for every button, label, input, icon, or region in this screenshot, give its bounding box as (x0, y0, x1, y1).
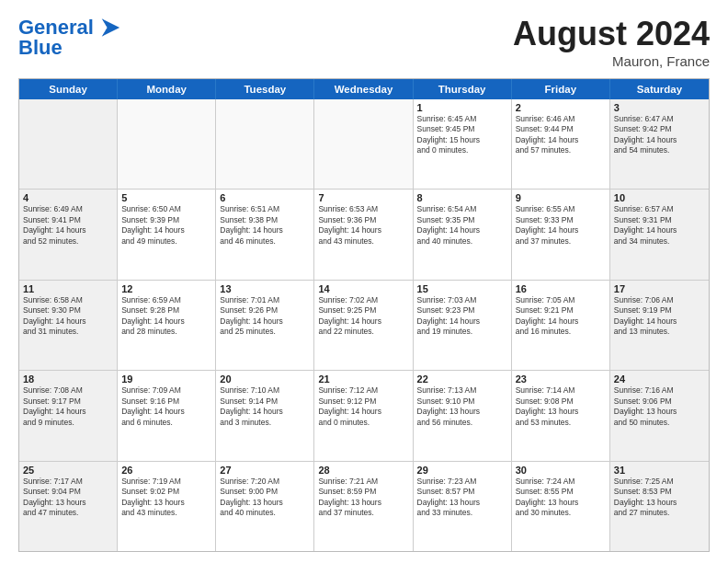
cal-cell-15: 15Sunrise: 7:03 AM Sunset: 9:23 PM Dayli… (414, 281, 512, 370)
logo-icon (96, 15, 121, 40)
day-number: 29 (417, 465, 507, 476)
cal-cell-7: 7Sunrise: 6:53 AM Sunset: 9:36 PM Daylig… (314, 190, 413, 279)
cal-cell-24: 24Sunrise: 7:16 AM Sunset: 9:06 PM Dayli… (610, 371, 709, 460)
day-info: Sunrise: 7:25 AM Sunset: 8:53 PM Dayligh… (614, 477, 705, 519)
day-number: 24 (614, 373, 705, 385)
header-day-wednesday: Wednesday (314, 79, 413, 99)
day-info: Sunrise: 6:49 AM Sunset: 9:41 PM Dayligh… (23, 204, 113, 247)
day-number: 15 (417, 283, 507, 294)
cal-cell-29: 29Sunrise: 7:23 AM Sunset: 8:57 PM Dayli… (414, 462, 512, 551)
day-info: Sunrise: 7:06 AM Sunset: 9:19 PM Dayligh… (614, 295, 705, 338)
header: General Blue August 2024 Mauron, France (18, 15, 710, 69)
day-number: 18 (23, 373, 113, 385)
day-number: 7 (318, 192, 408, 203)
cal-cell-empty-0-1 (118, 99, 216, 189)
header-day-tuesday: Tuesday (216, 79, 314, 99)
day-number: 13 (220, 283, 310, 294)
day-info: Sunrise: 7:23 AM Sunset: 8:57 PM Dayligh… (417, 477, 507, 519)
cal-cell-31: 31Sunrise: 7:25 AM Sunset: 8:53 PM Dayli… (610, 462, 709, 551)
day-number: 4 (23, 192, 113, 203)
day-info: Sunrise: 6:46 AM Sunset: 9:44 PM Dayligh… (516, 114, 606, 156)
day-number: 9 (516, 192, 606, 203)
day-number: 31 (614, 465, 705, 476)
week-row-2: 11Sunrise: 6:58 AM Sunset: 9:30 PM Dayli… (19, 281, 709, 371)
day-number: 22 (417, 373, 507, 385)
day-number: 1 (417, 102, 507, 113)
day-info: Sunrise: 6:47 AM Sunset: 9:42 PM Dayligh… (614, 114, 705, 156)
cal-cell-6: 6Sunrise: 6:51 AM Sunset: 9:38 PM Daylig… (216, 190, 314, 279)
location: Mauron, France (513, 53, 710, 69)
cal-cell-14: 14Sunrise: 7:02 AM Sunset: 9:25 PM Dayli… (314, 281, 413, 370)
title-block: August 2024 Mauron, France (513, 15, 710, 69)
day-info: Sunrise: 7:20 AM Sunset: 9:00 PM Dayligh… (220, 477, 310, 519)
cal-cell-19: 19Sunrise: 7:09 AM Sunset: 9:16 PM Dayli… (118, 371, 216, 460)
day-info: Sunrise: 6:50 AM Sunset: 9:39 PM Dayligh… (121, 204, 211, 247)
day-number: 20 (220, 373, 310, 385)
day-number: 21 (318, 373, 408, 385)
cal-cell-28: 28Sunrise: 7:21 AM Sunset: 8:59 PM Dayli… (314, 462, 413, 551)
day-number: 10 (614, 192, 705, 203)
day-number: 17 (614, 283, 705, 294)
cal-cell-empty-0-3 (314, 99, 413, 189)
day-number: 5 (121, 192, 211, 203)
day-info: Sunrise: 7:05 AM Sunset: 9:21 PM Dayligh… (516, 295, 606, 338)
day-number: 27 (220, 465, 310, 476)
cal-cell-18: 18Sunrise: 7:08 AM Sunset: 9:17 PM Dayli… (19, 371, 118, 460)
week-row-4: 25Sunrise: 7:17 AM Sunset: 9:04 PM Dayli… (19, 462, 709, 551)
cal-cell-1: 1Sunrise: 6:45 AM Sunset: 9:45 PM Daylig… (414, 99, 512, 189)
cal-cell-8: 8Sunrise: 6:54 AM Sunset: 9:35 PM Daylig… (414, 190, 512, 279)
day-info: Sunrise: 6:54 AM Sunset: 9:35 PM Dayligh… (417, 204, 507, 247)
day-info: Sunrise: 7:24 AM Sunset: 8:55 PM Dayligh… (516, 477, 606, 519)
header-day-saturday: Saturday (610, 79, 709, 99)
day-info: Sunrise: 7:02 AM Sunset: 9:25 PM Dayligh… (318, 295, 408, 338)
day-number: 23 (516, 373, 606, 385)
header-day-monday: Monday (118, 79, 216, 99)
cal-cell-25: 25Sunrise: 7:17 AM Sunset: 9:04 PM Dayli… (19, 462, 118, 551)
day-number: 28 (318, 465, 408, 476)
header-day-thursday: Thursday (414, 79, 512, 99)
day-number: 16 (516, 283, 606, 294)
cal-cell-2: 2Sunrise: 6:46 AM Sunset: 9:44 PM Daylig… (512, 99, 610, 189)
day-info: Sunrise: 6:57 AM Sunset: 9:31 PM Dayligh… (614, 204, 705, 247)
calendar-header: SundayMondayTuesdayWednesdayThursdayFrid… (19, 79, 709, 99)
cal-cell-23: 23Sunrise: 7:14 AM Sunset: 9:08 PM Dayli… (512, 371, 610, 460)
day-info: Sunrise: 6:51 AM Sunset: 9:38 PM Dayligh… (220, 204, 310, 247)
cal-cell-empty-0-0 (19, 99, 118, 189)
cal-cell-9: 9Sunrise: 6:55 AM Sunset: 9:33 PM Daylig… (512, 190, 610, 279)
day-info: Sunrise: 7:12 AM Sunset: 9:12 PM Dayligh… (318, 385, 408, 428)
day-info: Sunrise: 7:14 AM Sunset: 9:08 PM Dayligh… (516, 385, 606, 428)
day-info: Sunrise: 7:21 AM Sunset: 8:59 PM Dayligh… (318, 477, 408, 519)
day-info: Sunrise: 7:08 AM Sunset: 9:17 PM Dayligh… (23, 385, 113, 428)
day-number: 12 (121, 283, 211, 294)
day-number: 3 (614, 102, 705, 113)
day-number: 30 (516, 465, 606, 476)
header-day-friday: Friday (512, 79, 610, 99)
cal-cell-21: 21Sunrise: 7:12 AM Sunset: 9:12 PM Dayli… (314, 371, 413, 460)
cal-cell-17: 17Sunrise: 7:06 AM Sunset: 9:19 PM Dayli… (610, 281, 709, 370)
day-number: 6 (220, 192, 310, 203)
calendar-body: 1Sunrise: 6:45 AM Sunset: 9:45 PM Daylig… (19, 99, 709, 551)
day-info: Sunrise: 7:09 AM Sunset: 9:16 PM Dayligh… (121, 385, 211, 428)
day-info: Sunrise: 7:19 AM Sunset: 9:02 PM Dayligh… (121, 477, 211, 519)
day-number: 25 (23, 465, 113, 476)
cal-cell-5: 5Sunrise: 6:50 AM Sunset: 9:39 PM Daylig… (118, 190, 216, 279)
cal-cell-12: 12Sunrise: 6:59 AM Sunset: 9:28 PM Dayli… (118, 281, 216, 370)
day-info: Sunrise: 7:03 AM Sunset: 9:23 PM Dayligh… (417, 295, 507, 338)
week-row-0: 1Sunrise: 6:45 AM Sunset: 9:45 PM Daylig… (19, 99, 709, 190)
header-day-sunday: Sunday (19, 79, 118, 99)
day-number: 2 (516, 102, 606, 113)
month-title: August 2024 (513, 15, 710, 53)
day-info: Sunrise: 7:01 AM Sunset: 9:26 PM Dayligh… (220, 295, 310, 338)
day-number: 14 (318, 283, 408, 294)
day-info: Sunrise: 6:59 AM Sunset: 9:28 PM Dayligh… (121, 295, 211, 338)
cal-cell-20: 20Sunrise: 7:10 AM Sunset: 9:14 PM Dayli… (216, 371, 314, 460)
day-number: 26 (121, 465, 211, 476)
day-info: Sunrise: 7:17 AM Sunset: 9:04 PM Dayligh… (23, 477, 113, 519)
day-info: Sunrise: 7:13 AM Sunset: 9:10 PM Dayligh… (417, 385, 507, 428)
cal-cell-26: 26Sunrise: 7:19 AM Sunset: 9:02 PM Dayli… (118, 462, 216, 551)
calendar: SundayMondayTuesdayWednesdayThursdayFrid… (18, 78, 710, 552)
day-info: Sunrise: 6:55 AM Sunset: 9:33 PM Dayligh… (516, 204, 606, 247)
page: General Blue August 2024 Mauron, France … (0, 0, 728, 563)
cal-cell-empty-0-2 (216, 99, 314, 189)
cal-cell-3: 3Sunrise: 6:47 AM Sunset: 9:42 PM Daylig… (610, 99, 709, 189)
